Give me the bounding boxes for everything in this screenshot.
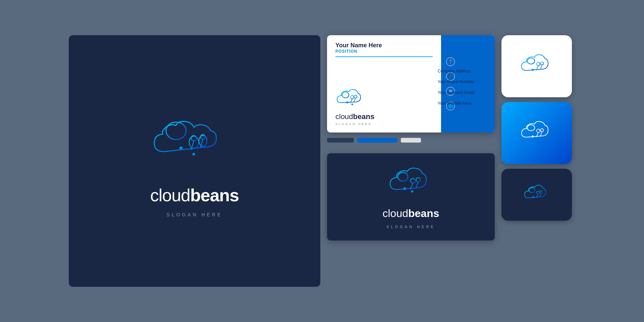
contact-address-item: 📍 [446,57,490,66]
svg-line-31 [540,65,542,69]
svg-point-13 [342,92,349,98]
card-slogan: SLOGAN HERE [335,122,372,126]
website-icon: 🌐 [446,102,455,110]
svg-line-17 [354,98,356,102]
card-back-brand: cloudbeans [383,207,439,220]
card-left-section: Your Name Here POSITION [327,35,441,132]
svg-point-21 [411,178,415,183]
svg-point-39 [529,188,535,193]
svg-point-14 [351,96,354,99]
business-card-back: cloudbeans SLOGAN HERE [327,153,495,240]
brand-cloud: cloud [150,185,190,205]
cloud-logo-small-blue [520,120,553,147]
svg-point-32 [532,69,534,71]
card-dividers [327,138,495,148]
card-right-strip: 📍 📞 ✉ 🌐 [441,35,495,132]
svg-point-36 [541,128,544,131]
business-card-front: Your Name Here POSITION [327,35,495,132]
small-card-white [501,35,572,97]
cloud-logo-small-dark [523,184,550,206]
svg-point-19 [352,104,353,105]
card-person-name: Your Name Here [335,42,433,49]
card-position: POSITION [335,49,433,54]
cloud-logo-card [335,88,366,111]
right-column [501,35,575,221]
svg-point-16 [354,95,357,98]
svg-point-28 [537,62,540,66]
svg-point-27 [527,58,535,64]
cloud-logo-small-white [520,53,553,80]
location-icon: 📍 [446,57,455,66]
card-brand-beans: beans [353,112,375,121]
svg-line-37 [540,131,542,136]
card-brand-name: cloudbeans [335,112,374,121]
contact-phone-item: 📞 [446,72,490,81]
email-icon: ✉ [446,87,455,96]
card-logo-section: cloudbeans SLOGAN HERE [335,88,433,126]
divider-bar-1 [327,138,354,143]
brand-name-large: cloudbeans [150,185,239,205]
svg-point-33 [527,125,535,131]
divider-bar-2 [357,138,397,143]
svg-point-26 [411,190,414,193]
card-name-section: Your Name Here POSITION [335,42,433,57]
svg-line-24 [416,182,418,188]
card-brand-cloud: cloud [335,112,353,121]
small-card-dark [501,169,572,221]
svg-point-44 [533,197,534,198]
middle-column: Your Name Here POSITION [327,35,495,240]
svg-point-42 [540,191,542,193]
svg-point-34 [537,129,540,132]
left-panel: cloudbeans SLOGAN HERE [69,35,320,287]
divider-bar-3 [401,138,421,143]
svg-point-23 [416,177,421,182]
cloud-logo-large [144,105,245,178]
main-container: cloudbeans SLOGAN HERE Your Name Here PO… [62,29,582,293]
card-back-slogan: SLOGAN HERE [386,225,435,229]
phone-icon: 📞 [446,72,455,81]
svg-point-40 [537,191,539,194]
svg-point-20 [398,172,408,181]
brand-beans: beans [190,185,239,205]
svg-point-38 [532,136,534,138]
card-back-beans: beans [408,207,439,220]
contact-email-item: ✉ [446,87,490,96]
cloud-logo-back [387,165,434,202]
card-back-cloud: cloud [383,207,409,220]
svg-point-30 [541,62,544,65]
svg-point-25 [404,187,406,190]
svg-line-43 [540,193,541,197]
svg-point-18 [346,101,348,103]
small-card-blue-gradient [501,102,572,164]
contact-website-item: 🌐 [446,102,490,110]
brand-slogan-large: SLOGAN HERE [166,212,222,217]
